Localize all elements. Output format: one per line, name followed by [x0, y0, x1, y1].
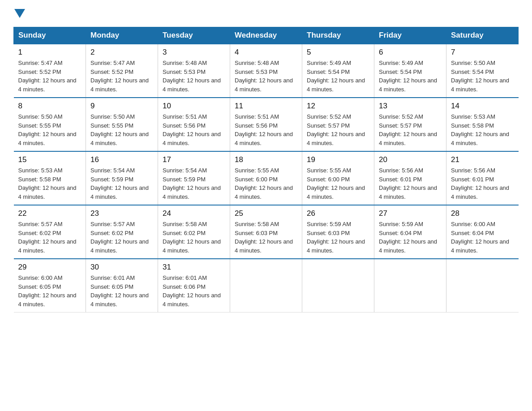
calendar-cell: 12 Sunrise: 5:52 AM Sunset: 5:57 PM Dayl…	[302, 98, 374, 151]
day-number: 8	[18, 102, 82, 111]
day-number: 13	[379, 102, 442, 111]
day-number: 25	[235, 209, 297, 218]
day-info: Sunrise: 6:00 AM Sunset: 6:04 PM Dayligh…	[451, 220, 514, 255]
day-number: 26	[307, 209, 369, 218]
calendar-cell: 30 Sunrise: 6:01 AM Sunset: 6:05 PM Dayl…	[86, 259, 158, 313]
calendar-cell: 9 Sunrise: 5:50 AM Sunset: 5:55 PM Dayli…	[86, 98, 158, 151]
day-info: Sunrise: 5:48 AM Sunset: 5:53 PM Dayligh…	[235, 59, 297, 94]
day-number: 16	[90, 155, 153, 164]
calendar-cell: 26 Sunrise: 5:59 AM Sunset: 6:03 PM Dayl…	[302, 205, 374, 259]
calendar-week-4: 22 Sunrise: 5:57 AM Sunset: 6:02 PM Dayl…	[14, 205, 519, 259]
day-info: Sunrise: 5:53 AM Sunset: 5:58 PM Dayligh…	[451, 112, 514, 147]
calendar-cell: 4 Sunrise: 5:48 AM Sunset: 5:53 PM Dayli…	[230, 44, 302, 98]
day-number: 19	[307, 155, 369, 164]
day-number: 24	[163, 209, 225, 218]
day-number: 20	[379, 155, 442, 164]
day-info: Sunrise: 5:54 AM Sunset: 5:59 PM Dayligh…	[90, 166, 153, 201]
day-info: Sunrise: 5:50 AM Sunset: 5:55 PM Dayligh…	[90, 112, 153, 147]
day-number: 1	[18, 48, 82, 57]
day-info: Sunrise: 5:52 AM Sunset: 5:57 PM Dayligh…	[307, 112, 369, 147]
calendar-cell: 22 Sunrise: 5:57 AM Sunset: 6:02 PM Dayl…	[14, 205, 86, 259]
day-info: Sunrise: 5:48 AM Sunset: 5:53 PM Dayligh…	[163, 59, 225, 94]
day-info: Sunrise: 5:50 AM Sunset: 5:54 PM Dayligh…	[451, 59, 514, 94]
day-info: Sunrise: 5:56 AM Sunset: 6:01 PM Dayligh…	[379, 166, 442, 201]
day-info: Sunrise: 6:01 AM Sunset: 6:05 PM Dayligh…	[90, 274, 153, 308]
calendar-week-3: 15 Sunrise: 5:53 AM Sunset: 5:58 PM Dayl…	[14, 151, 519, 205]
day-number: 21	[451, 155, 514, 164]
day-number: 18	[235, 155, 297, 164]
calendar-week-5: 29 Sunrise: 6:00 AM Sunset: 6:05 PM Dayl…	[14, 259, 519, 313]
day-info: Sunrise: 5:53 AM Sunset: 5:58 PM Dayligh…	[18, 166, 82, 201]
day-info: Sunrise: 6:00 AM Sunset: 6:05 PM Dayligh…	[18, 274, 82, 308]
calendar-cell: 2 Sunrise: 5:47 AM Sunset: 5:52 PM Dayli…	[86, 44, 158, 98]
day-number: 22	[18, 209, 82, 218]
calendar-cell: 27 Sunrise: 5:59 AM Sunset: 6:04 PM Dayl…	[374, 205, 446, 259]
day-number: 10	[163, 102, 225, 111]
calendar-cell: 14 Sunrise: 5:53 AM Sunset: 5:58 PM Dayl…	[446, 98, 519, 151]
day-info: Sunrise: 5:59 AM Sunset: 6:03 PM Dayligh…	[307, 220, 369, 255]
calendar-cell: 19 Sunrise: 5:55 AM Sunset: 6:00 PM Dayl…	[302, 151, 374, 205]
day-number: 4	[235, 48, 297, 57]
calendar-cell: 10 Sunrise: 5:51 AM Sunset: 5:56 PM Dayl…	[158, 98, 230, 151]
day-number: 7	[451, 48, 514, 57]
day-info: Sunrise: 5:54 AM Sunset: 5:59 PM Dayligh…	[163, 166, 225, 201]
logo	[13, 9, 26, 18]
calendar-cell: 13 Sunrise: 5:52 AM Sunset: 5:57 PM Dayl…	[374, 98, 446, 151]
day-number: 23	[90, 209, 153, 218]
calendar-cell: 11 Sunrise: 5:51 AM Sunset: 5:56 PM Dayl…	[230, 98, 302, 151]
day-info: Sunrise: 5:49 AM Sunset: 5:54 PM Dayligh…	[307, 59, 369, 94]
calendar-cell: 24 Sunrise: 5:58 AM Sunset: 6:02 PM Dayl…	[158, 205, 230, 259]
day-info: Sunrise: 5:49 AM Sunset: 5:54 PM Dayligh…	[379, 59, 442, 94]
weekday-header-wednesday: Wednesday	[230, 27, 302, 44]
day-info: Sunrise: 5:57 AM Sunset: 6:02 PM Dayligh…	[18, 220, 82, 255]
calendar-cell	[374, 259, 446, 313]
calendar-cell: 1 Sunrise: 5:47 AM Sunset: 5:52 PM Dayli…	[14, 44, 86, 98]
calendar-cell: 16 Sunrise: 5:54 AM Sunset: 5:59 PM Dayl…	[86, 151, 158, 205]
logo-arrow-icon	[14, 9, 25, 18]
day-number: 2	[90, 48, 153, 57]
weekday-header-monday: Monday	[86, 27, 158, 44]
calendar-week-1: 1 Sunrise: 5:47 AM Sunset: 5:52 PM Dayli…	[14, 44, 519, 98]
calendar-cell: 18 Sunrise: 5:55 AM Sunset: 6:00 PM Dayl…	[230, 151, 302, 205]
day-info: Sunrise: 5:51 AM Sunset: 5:56 PM Dayligh…	[235, 112, 297, 147]
calendar-table: SundayMondayTuesdayWednesdayThursdayFrid…	[13, 27, 519, 313]
day-number: 15	[18, 155, 82, 164]
calendar-cell	[230, 259, 302, 313]
day-number: 14	[451, 102, 514, 111]
calendar-cell: 8 Sunrise: 5:50 AM Sunset: 5:55 PM Dayli…	[14, 98, 86, 151]
calendar-cell: 5 Sunrise: 5:49 AM Sunset: 5:54 PM Dayli…	[302, 44, 374, 98]
day-number: 28	[451, 209, 514, 218]
calendar-cell: 21 Sunrise: 5:56 AM Sunset: 6:01 PM Dayl…	[446, 151, 519, 205]
weekday-header-tuesday: Tuesday	[158, 27, 230, 44]
calendar-cell: 6 Sunrise: 5:49 AM Sunset: 5:54 PM Dayli…	[374, 44, 446, 98]
calendar-cell: 15 Sunrise: 5:53 AM Sunset: 5:58 PM Dayl…	[14, 151, 86, 205]
weekday-header-thursday: Thursday	[302, 27, 374, 44]
day-info: Sunrise: 5:58 AM Sunset: 6:02 PM Dayligh…	[163, 220, 225, 255]
calendar-cell: 28 Sunrise: 6:00 AM Sunset: 6:04 PM Dayl…	[446, 205, 519, 259]
day-info: Sunrise: 5:47 AM Sunset: 5:52 PM Dayligh…	[90, 59, 153, 94]
day-info: Sunrise: 5:57 AM Sunset: 6:02 PM Dayligh…	[90, 220, 153, 255]
weekday-row: SundayMondayTuesdayWednesdayThursdayFrid…	[14, 27, 519, 44]
day-info: Sunrise: 5:50 AM Sunset: 5:55 PM Dayligh…	[18, 112, 82, 147]
calendar-cell: 31 Sunrise: 6:01 AM Sunset: 6:06 PM Dayl…	[158, 259, 230, 313]
calendar-cell	[446, 259, 519, 313]
calendar-header: SundayMondayTuesdayWednesdayThursdayFrid…	[14, 27, 519, 44]
day-info: Sunrise: 6:01 AM Sunset: 6:06 PM Dayligh…	[163, 274, 225, 308]
page-header	[13, 9, 519, 18]
day-info: Sunrise: 5:51 AM Sunset: 5:56 PM Dayligh…	[163, 112, 225, 147]
weekday-header-friday: Friday	[374, 27, 446, 44]
day-info: Sunrise: 5:58 AM Sunset: 6:03 PM Dayligh…	[235, 220, 297, 255]
calendar-cell: 29 Sunrise: 6:00 AM Sunset: 6:05 PM Dayl…	[14, 259, 86, 313]
calendar-week-2: 8 Sunrise: 5:50 AM Sunset: 5:55 PM Dayli…	[14, 98, 519, 151]
calendar-cell: 3 Sunrise: 5:48 AM Sunset: 5:53 PM Dayli…	[158, 44, 230, 98]
day-number: 6	[379, 48, 442, 57]
day-info: Sunrise: 5:52 AM Sunset: 5:57 PM Dayligh…	[379, 112, 442, 147]
weekday-header-saturday: Saturday	[446, 27, 519, 44]
calendar-cell: 7 Sunrise: 5:50 AM Sunset: 5:54 PM Dayli…	[446, 44, 519, 98]
day-number: 11	[235, 102, 297, 111]
calendar-cell: 23 Sunrise: 5:57 AM Sunset: 6:02 PM Dayl…	[86, 205, 158, 259]
day-number: 17	[163, 155, 225, 164]
day-number: 3	[163, 48, 225, 57]
day-number: 5	[307, 48, 369, 57]
weekday-header-sunday: Sunday	[14, 27, 86, 44]
